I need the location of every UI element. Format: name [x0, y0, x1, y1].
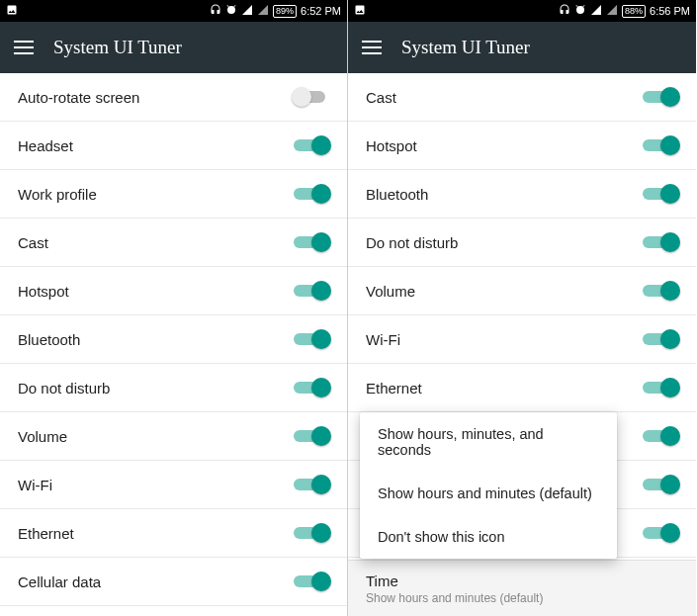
toggle-switch[interactable] [294, 378, 329, 397]
list-item-label: Volume [366, 283, 643, 300]
screen-left: 89% 6:52 PM System UI Tuner Auto-rotate … [0, 0, 348, 616]
toggle-switch[interactable] [643, 135, 678, 155]
list-item[interactable]: Hotspot [348, 122, 696, 170]
list-item-label: Hotspot [18, 283, 294, 300]
signal-icon-2 [606, 4, 618, 18]
toggle-switch[interactable] [643, 232, 678, 252]
toggle-switch[interactable] [294, 572, 329, 591]
list-item[interactable]: Bluetooth [348, 170, 696, 219]
clock-text: 6:56 PM [650, 5, 690, 17]
list-item-label: Auto-rotate screen [18, 89, 294, 106]
list-item[interactable]: Wi-Fi [0, 461, 347, 509]
toggle-switch[interactable] [643, 475, 678, 494]
list-item-label: Wi-Fi [18, 477, 294, 493]
toggle-switch[interactable] [643, 329, 678, 349]
toggle-switch[interactable] [294, 426, 329, 446]
toggle-switch[interactable] [643, 281, 678, 301]
time-title: Time [366, 572, 543, 589]
picture-icon [6, 4, 18, 18]
toggle-switch[interactable] [643, 523, 678, 543]
toggle-switch[interactable] [294, 184, 329, 204]
list-item[interactable]: Ethernet [0, 509, 347, 558]
toggle-switch[interactable] [294, 523, 329, 543]
list-item-label: Do not disturb [366, 234, 643, 251]
time-section: Time Show hours and minutes (default) [348, 560, 696, 616]
status-bar: 88% 6:56 PM [348, 0, 696, 22]
list-item[interactable]: Work profile [0, 170, 347, 219]
list-item[interactable]: Do not disturb [348, 219, 696, 267]
list-item-label: Hotspot [366, 137, 643, 154]
menu-icon[interactable] [14, 41, 34, 54]
alarm-icon [574, 4, 586, 18]
list-item[interactable]: Bluetooth [0, 315, 347, 364]
toggle-switch[interactable] [294, 87, 329, 107]
popup-option[interactable]: Don't show this icon [360, 515, 617, 559]
list-item[interactable]: Headset [0, 122, 347, 170]
list-item-label: Bluetooth [366, 186, 643, 203]
list-item[interactable]: Cast [348, 73, 696, 122]
list-item-label: Cast [18, 234, 294, 251]
app-title: System UI Tuner [401, 37, 530, 58]
clock-text: 6:52 PM [301, 5, 341, 17]
list-item[interactable]: Volume [348, 267, 696, 315]
toggle-switch[interactable] [294, 329, 329, 349]
toggle-switch[interactable] [294, 135, 329, 155]
list-item-label: Work profile [18, 186, 294, 203]
app-title: System UI Tuner [53, 37, 182, 58]
list-item[interactable]: Cellular data [0, 558, 347, 606]
list-item[interactable]: Auto-rotate screen [0, 73, 347, 122]
headset-icon [210, 4, 221, 18]
list-item[interactable]: Hotspot [0, 267, 347, 315]
list-item-label: Bluetooth [18, 331, 294, 348]
list-item-label: Cast [366, 89, 643, 106]
list-item-label: Wi-Fi [366, 331, 643, 348]
popup-option[interactable]: Show hours, minutes, and seconds [360, 412, 617, 472]
time-subtitle: Show hours and minutes (default) [366, 591, 543, 605]
list-item[interactable]: Do not disturb [0, 364, 347, 412]
list-item[interactable]: Ethernet [348, 364, 696, 412]
list-item[interactable]: Wi-Fi [348, 315, 696, 364]
toggle-switch[interactable] [643, 184, 678, 204]
toggle-switch[interactable] [294, 475, 329, 494]
time-row[interactable]: Time Show hours and minutes (default) [348, 561, 696, 616]
settings-list: Auto-rotate screenHeadsetWork profileCas… [0, 73, 347, 606]
toggle-switch[interactable] [294, 232, 329, 252]
toggle-switch[interactable] [643, 426, 678, 446]
battery-level: 88% [622, 5, 646, 18]
list-item-label: Cellular data [18, 573, 294, 590]
list-item-label: Ethernet [366, 380, 643, 396]
signal-icon-2 [257, 4, 269, 18]
toggle-switch[interactable] [643, 87, 678, 107]
picture-icon [354, 4, 366, 18]
signal-icon [241, 4, 253, 18]
headset-icon [559, 4, 570, 18]
time-options-popup: Show hours, minutes, and seconds Show ho… [360, 412, 617, 559]
list-item-label: Headset [18, 137, 294, 154]
list-item[interactable]: Volume [0, 412, 347, 461]
alarm-icon [225, 4, 237, 18]
signal-icon [590, 4, 602, 18]
list-item-label: Do not disturb [18, 380, 294, 396]
menu-icon[interactable] [362, 41, 382, 54]
list-item-label: Volume [18, 428, 294, 445]
app-bar: System UI Tuner [0, 22, 347, 73]
app-bar: System UI Tuner [348, 22, 696, 73]
toggle-switch[interactable] [294, 281, 329, 301]
popup-option[interactable]: Show hours and minutes (default) [360, 472, 617, 515]
screen-right: 88% 6:56 PM System UI Tuner CastHotspotB… [348, 0, 696, 616]
toggle-switch[interactable] [643, 378, 678, 397]
list-item-label: Ethernet [18, 525, 294, 542]
battery-level: 89% [273, 5, 297, 18]
status-bar: 89% 6:52 PM [0, 0, 347, 22]
list-item[interactable]: Cast [0, 219, 347, 267]
